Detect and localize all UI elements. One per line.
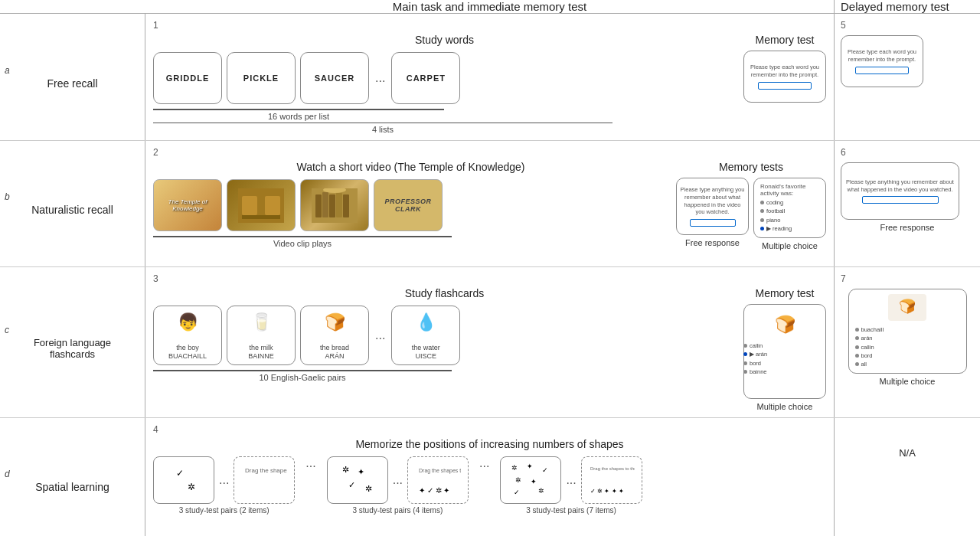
flashcards-right: Memory test 🍞 callin ▶ arán bord bainne xyxy=(743,287,826,411)
bracket-label-c: 10 English-Gaelic pairs xyxy=(153,373,452,382)
boy-icon: 👦 xyxy=(178,312,198,332)
memory-tests-title-b: Memory tests xyxy=(719,161,783,173)
watch-video-title: Watch a short video (The Temple of Knowl… xyxy=(153,161,668,173)
delayed-mc-label-c-5: all xyxy=(861,360,867,368)
flashcards-main-split: Study flashcards 👦 the boyBUACHAILL 🥛 th… xyxy=(153,287,826,411)
delayed-mc-header-c: 🍞 xyxy=(855,294,960,324)
row-letter-c: c xyxy=(5,325,140,335)
svg-text:✓: ✓ xyxy=(176,468,184,479)
water-text: the waterUISCE xyxy=(412,344,440,361)
bracket-area-b: Video clip plays xyxy=(153,236,668,248)
video-thumb-4-inner: PROFESSOR CLARK xyxy=(374,180,442,230)
row-letter-b: b xyxy=(5,191,140,202)
mc-dot-b-3 xyxy=(760,218,764,222)
delayed-memory-input-a xyxy=(855,67,909,74)
bracket-area: 16 words per list 4 lists xyxy=(153,109,736,134)
svg-rect-5 xyxy=(315,194,322,217)
mc-dot-c-3 xyxy=(743,361,747,365)
mc-label-b-2: football xyxy=(766,207,785,215)
row-delayed-c: 7 🍞 buachaill arán callin bord all Multi… xyxy=(835,267,980,417)
delayed-mc-label-c-2: arán xyxy=(861,334,873,342)
mc-box-b: Ronald's favorite activity was: coding f… xyxy=(753,178,826,238)
spatial-ellipsis-2: ... xyxy=(391,473,404,487)
bracket-words: 16 words per list xyxy=(153,109,475,121)
delayed-memory-box-b: Please type anything you remember about … xyxy=(841,162,959,220)
delayed-step-5: 5 xyxy=(841,20,974,31)
svg-text:✦: ✦ xyxy=(527,462,533,470)
memory-box-a: Please type each word you remember into … xyxy=(743,51,826,103)
row-label-spatial: d Spatial learning xyxy=(0,418,145,536)
spatial-study-1: ✓✲ xyxy=(153,456,214,504)
mc-label-b-4: ▶ reading xyxy=(766,224,792,233)
water-icon: 💧 xyxy=(416,312,436,332)
svg-text:✲: ✲ xyxy=(511,464,518,472)
mc-dot-c-4 xyxy=(743,370,747,374)
delayed-step-6: 6 xyxy=(841,147,974,158)
row-name-spatial: Spatial learning xyxy=(5,481,140,493)
mc-dot-b-2 xyxy=(760,209,764,213)
svg-text:🍞: 🍞 xyxy=(899,298,916,315)
mc-label-c-2: ▶ arán xyxy=(750,350,767,358)
spatial-title: Memorize the positions of increasing num… xyxy=(153,438,826,450)
svg-text:Drag the shapes to the correct: Drag the shapes to the correct positions xyxy=(245,467,287,474)
step-1: 1 xyxy=(153,20,826,31)
word-1-text: GRIDDLE xyxy=(166,74,210,83)
flashcard-water: 💧 the waterUISCE xyxy=(391,306,460,365)
svg-text:✲: ✲ xyxy=(538,487,544,495)
memory-boxes-b: Please type anything you remember about … xyxy=(676,178,826,250)
spatial-test-3: Drag the shapes to the correct positions… xyxy=(581,456,642,504)
delayed-mc-box-c: 🍞 buachaill arán callin bord all xyxy=(848,289,967,374)
free-recall-right: Memory test Please type each word you re… xyxy=(743,34,826,103)
mc-label-c-3: bord xyxy=(750,359,761,368)
memory-test-title-a: Memory test xyxy=(755,34,814,46)
delayed-mc-col-c: 🍞 buachaill arán callin bord all Multipl… xyxy=(841,289,974,386)
svg-text:✦: ✦ xyxy=(358,467,364,476)
delayed-mc-dot-c-1 xyxy=(855,328,859,332)
delayed-mc-label-c-4: bord xyxy=(861,351,873,360)
memory-box-text-a: Please type each word you remember into … xyxy=(747,64,822,79)
naturalistic-right: Memory tests Please type anything you re… xyxy=(676,161,826,250)
mc-dot-c-1 xyxy=(743,344,747,348)
mc-dot-c-2 xyxy=(743,352,747,356)
delayed-memory-text-b: Please type anything you remember about … xyxy=(844,178,956,194)
spatial-group-1: ✓✲ ... Drag the shapes to the correct po… xyxy=(153,456,295,515)
spatial-ellipsis-3: ... xyxy=(564,473,577,487)
row-letter-d: d xyxy=(5,469,140,479)
mc-item-c-4: bainne xyxy=(743,368,826,376)
mc-label-c-1: callin xyxy=(750,342,763,350)
spatial-group-2: ✲✦✓✲ ... Drag the shapes to the correct … xyxy=(327,456,469,515)
delayed-mc-label-c-3: callin xyxy=(861,343,874,351)
free-response-label: Free response xyxy=(685,238,740,247)
mc-item-c-1: callin xyxy=(743,342,826,350)
word-2-text: PICKLE xyxy=(243,74,279,83)
bracket-lists: 4 lists xyxy=(153,123,612,135)
row-name-free-recall: Free recall xyxy=(5,77,140,90)
mc-label-b-1: coding xyxy=(766,198,783,207)
delayed-mc-item-c-1: buachaill xyxy=(855,325,960,334)
delayed-mc-dot-c-3 xyxy=(855,345,859,349)
row-letter-a: a xyxy=(5,65,140,76)
mc-label-c-4: bainne xyxy=(750,368,767,376)
free-recall-left: Study words GRIDDLE PICKLE SAUCER ... CA… xyxy=(153,34,736,134)
flashcards-cards-row: 👦 the boyBUACHAILL 🥛 the milkBAINNE 🍞 th… xyxy=(153,306,736,365)
svg-rect-1 xyxy=(242,196,257,215)
word-card-2: PICKLE xyxy=(227,52,296,104)
delayed-mc-item-c-2: arán xyxy=(855,334,960,342)
mc-label-b: Multiple choice xyxy=(762,241,818,250)
flashcard-bread: 🍞 the breadARÁN xyxy=(300,306,369,365)
bracket-label-2: 4 lists xyxy=(153,125,612,134)
bracket-label-1: 16 words per list xyxy=(153,112,444,121)
mc-dot-b-4 xyxy=(760,227,764,230)
bread-memory-img: 🍞 xyxy=(762,309,808,340)
page-container: Main task and immediate memory test Dela… xyxy=(0,0,980,536)
bread-icon: 🍞 xyxy=(325,312,345,332)
flashcard-milk: 🥛 the milkBAINNE xyxy=(227,306,296,365)
delayed-step-7: 7 xyxy=(841,273,974,284)
row-label-naturalistic: b Naturalistic recall xyxy=(0,141,145,266)
mc-item-b-4: ▶ reading xyxy=(760,224,819,233)
spatial-ellipsis-1: ... xyxy=(217,473,230,487)
delayed-mc-item-c-5: all xyxy=(855,360,960,368)
header-delayed-title: Delayed memory test xyxy=(835,0,980,13)
memory-test-title-c: Memory test xyxy=(755,287,814,299)
delayed-memory-text-a: Please type each word you remember into … xyxy=(844,48,920,64)
